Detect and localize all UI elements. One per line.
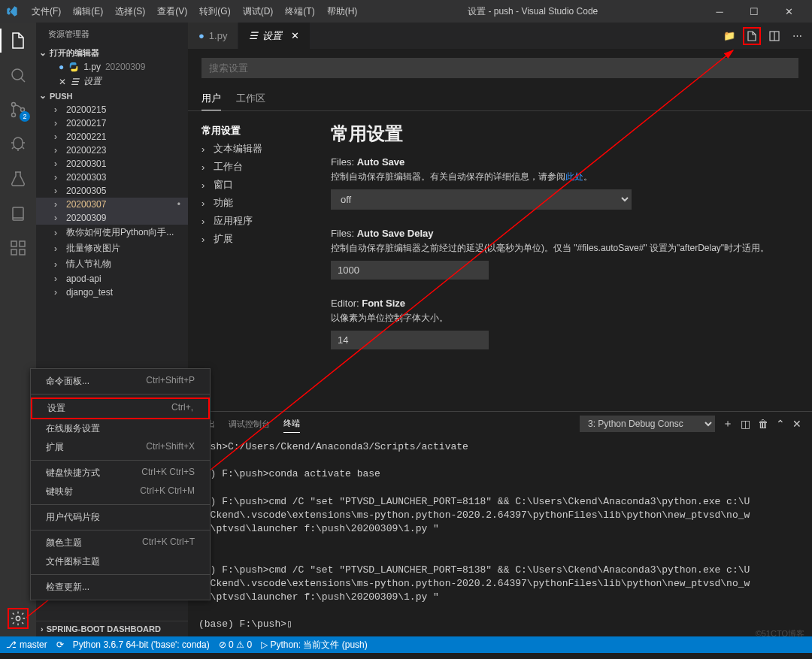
close-panel-icon[interactable]: ✕ [792,418,801,430]
tab-1py[interactable]: ●1.py [188,23,238,49]
autosave-delay-input[interactable] [331,261,489,280]
vscode-logo-icon [6,5,18,17]
workspace-header[interactable]: PUSH [36,89,188,103]
autosave-select[interactable]: off [331,189,632,210]
minimize-button[interactable]: ─ [702,0,737,23]
editor-area: ●1.py ☰设置✕ 📁 ⋯ 用户 工作区 常用设置 ›文本编辑器 › [188,23,812,636]
close-tab-icon[interactable]: ✕ [291,30,299,41]
menu-terminal[interactable]: 终端(T) [279,3,320,20]
gear-icon[interactable] [8,608,29,629]
folder-item[interactable]: ›20200221 [36,130,188,144]
ctx-键盘快捷方式[interactable]: 键盘快捷方式Ctrl+K Ctrl+S [31,464,210,482]
autosave-link[interactable]: 此处 [565,171,583,182]
spring-boot-dashboard-header[interactable]: SPRING-BOOT DASHBOARD [36,621,188,636]
ctx-键映射[interactable]: 键映射Ctrl+K Ctrl+M [31,482,210,501]
setting-autosave-delay: Files: Auto Save Delay 控制自动保存脏编辑器之前经过的延迟… [331,228,797,280]
split-terminal-icon[interactable]: ◫ [741,418,750,430]
folder-item[interactable]: ›20200217 [36,116,188,130]
nav-extensions[interactable]: ›扩展 [201,230,316,248]
ctx-文件图标主题[interactable]: 文件图标主题 [31,552,210,571]
sidebar-title: 资源管理器 [36,23,188,46]
menu-bar: 文件(F) 编辑(E) 选择(S) 查看(V) 转到(G) 调试(D) 终端(T… [26,3,363,20]
nav-text-editor[interactable]: ›文本编辑器 [201,140,316,158]
ctx-设置[interactable]: 设置Ctrl+, [31,398,210,419]
folder-item[interactable]: ›20200303 [36,171,188,184]
kill-terminal-icon[interactable]: 🗑 [758,418,768,430]
panel-tab-debug[interactable]: 调试控制台 [229,416,270,433]
menu-edit[interactable]: 编辑(E) [67,3,109,20]
folder-item[interactable]: ›20200215 [36,103,188,116]
open-editor-2[interactable]: ✕ ☰ 设置 [36,74,188,89]
nav-workbench[interactable]: ›工作台 [201,158,316,176]
modified-dot-icon: ● [59,62,64,72]
folder-item[interactable]: ›教你如何使用Python向手... [36,225,188,240]
menu-debug[interactable]: 调试(D) [237,3,280,20]
book-icon[interactable] [8,203,29,224]
debug-icon[interactable] [8,134,29,155]
more-actions-icon[interactable]: ⋯ [788,27,806,45]
open-editor-1[interactable]: ● 1.py 20200309 [36,60,188,74]
ctx-用户代码片段[interactable]: 用户代码片段 [31,508,210,527]
menu-help[interactable]: 帮助(H) [321,3,364,20]
watermark: ©51CTO博客 [756,628,804,639]
status-debug[interactable]: ▷ Python: 当前文件 (push) [261,639,368,651]
new-terminal-icon[interactable]: ＋ [723,417,733,431]
status-python[interactable]: Python 3.6.7 64-bit ('base': conda) [73,639,210,650]
svg-point-2 [12,113,16,117]
folder-item[interactable]: ›情人节礼物 [36,256,188,272]
search-icon[interactable] [8,65,29,86]
status-sync[interactable]: ⟳ [56,639,64,650]
test-icon[interactable] [8,168,29,189]
open-folder-icon[interactable]: 📁 [720,27,738,45]
terminal-output[interactable]: push>C:/Users/Ckend/Anaconda3/Scripts/ac… [188,436,812,636]
scope-workspace[interactable]: 工作区 [236,87,265,110]
folder-item[interactable]: ›20200305 [36,184,188,198]
tab-settings[interactable]: ☰设置✕ [238,23,311,49]
folder-item[interactable]: ›20200307 [36,198,188,211]
folder-item[interactable]: ›20200301 [36,157,188,171]
ctx-在线服务设置[interactable]: 在线服务设置 [31,419,210,438]
search-input[interactable] [201,58,798,78]
panel-tab-terminal[interactable]: 终端 [283,415,300,433]
open-editor-path: 20200309 [105,62,145,72]
nav-apps[interactable]: ›应用程序 [201,212,316,230]
scm-icon[interactable]: 2 [8,99,29,120]
close-editor-icon[interactable]: ✕ [59,77,66,87]
open-editors-header[interactable]: 打开的编辑器 [36,46,188,60]
fontsize-input[interactable] [331,331,489,349]
nav-features[interactable]: ›功能 [201,194,316,212]
nav-window[interactable]: ›窗口 [201,176,316,194]
menu-file[interactable]: 文件(F) [26,3,67,20]
ctx-命令面板...[interactable]: 命令面板...Ctrl+Shift+P [31,372,210,391]
explorer-icon[interactable] [8,30,29,51]
folder-item[interactable]: ›django_test [36,286,188,299]
folder-item[interactable]: ›apod-api [36,272,188,286]
svg-rect-6 [11,249,17,255]
folder-item[interactable]: ›20200309 [36,211,188,225]
maximize-button[interactable]: ☐ [737,0,771,23]
ctx-扩展[interactable]: 扩展Ctrl+Shift+X [31,438,210,457]
gear-context-menu: 命令面板...Ctrl+Shift+P设置Ctrl+,在线服务设置扩展Ctrl+… [30,368,211,600]
ctx-检查更新...[interactable]: 检查更新... [31,578,210,597]
maximize-panel-icon[interactable]: ⌃ [776,418,785,430]
open-editor-filename: 设置 [83,75,102,88]
extensions-icon[interactable] [8,237,29,258]
split-editor-icon[interactable] [765,27,783,45]
menu-view[interactable]: 查看(V) [151,3,193,20]
status-problems[interactable]: ⊘ 0 ⚠ 0 [219,639,252,650]
nav-common[interactable]: 常用设置 [201,122,316,140]
folder-item[interactable]: ›批量修改图片 [36,240,188,256]
folder-item[interactable]: ›20200223 [36,144,188,157]
terminal-dropdown[interactable]: 3: Python Debug Consc [580,416,715,432]
menu-selection[interactable]: 选择(S) [109,3,151,20]
svg-rect-7 [20,249,25,255]
window-title: 设置 - push - Visual Studio Code [363,5,702,18]
settings-content: 常用设置 Files: Auto Save 控制自动保存脏编辑器。有关自动保存的… [316,111,812,411]
menu-go[interactable]: 转到(G) [193,3,236,20]
close-button[interactable]: ✕ [771,0,806,23]
open-settings-json-icon[interactable] [743,27,761,45]
status-branch[interactable]: ⎇ master [6,639,47,650]
ctx-颜色主题[interactable]: 颜色主题Ctrl+K Ctrl+T [31,534,210,552]
svg-point-9 [16,616,20,621]
scope-user[interactable]: 用户 [201,87,221,110]
